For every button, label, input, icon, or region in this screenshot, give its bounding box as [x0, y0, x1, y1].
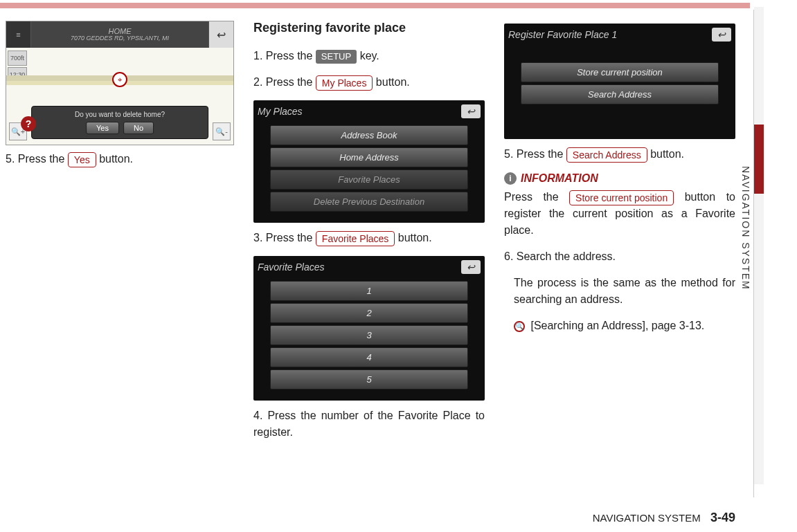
thumb-tab-upper [754, 7, 764, 125]
fav-slot-3[interactable]: 3 [270, 325, 468, 345]
dialog-yes-button[interactable]: Yes [86, 122, 119, 134]
map-title-line2: 7070 GEDDES RD, YPSILANTI, MI [31, 35, 208, 42]
dialog-text: Do you want to delete home? [36, 111, 204, 118]
map-confirm-dialog: ? Do you want to delete home? Yes No [31, 106, 208, 139]
row-favorite-places[interactable]: Favorite Places [270, 169, 468, 190]
step3-post: button. [398, 232, 432, 244]
yes-pill: Yes [68, 152, 96, 167]
fav-slot-1[interactable]: 1 [270, 281, 468, 301]
map-back-icon[interactable]: ↩ [208, 21, 233, 48]
back-icon[interactable]: ↩ [461, 104, 481, 118]
step5c-pre: 5. Press the [504, 148, 566, 160]
col3-step6a: 6. Search the address. [504, 248, 735, 265]
home-list-icon[interactable]: ≡ [6, 21, 31, 48]
search-address-pill: Search Address [566, 147, 647, 163]
page-footer: NAVIGATION SYSTEM 3-49 [0, 511, 741, 525]
page-columns: ≡ HOME 7070 GEDDES RD, YPSILANTI, MI ↩ 7… [0, 21, 741, 505]
col2-step3: 3. Press the Favorite Places button. [253, 230, 485, 246]
row-store-current[interactable]: Store current position [521, 62, 719, 82]
reference-icon: 🔍 [514, 321, 525, 332]
section-heading: Registering favorite place [253, 21, 485, 35]
map-header: ≡ HOME 7070 GEDDES RD, YPSILANTI, MI ↩ [6, 21, 233, 48]
favorite-places-title: Favorite Places [258, 262, 324, 273]
row-address-book[interactable]: Address Book [270, 125, 468, 145]
step1-post: key. [360, 50, 379, 62]
register-favorite-title: Register Favorite Place 1 [508, 29, 617, 40]
column-1: ≡ HOME 7070 GEDDES RD, YPSILANTI, MI ↩ 7… [6, 21, 234, 505]
thumb-tab-active [754, 125, 764, 194]
col2-step2: 2. Press the My Places button. [253, 74, 485, 91]
step3-pre: 3. Press the [253, 232, 316, 244]
row-search-address[interactable]: Search Address [521, 84, 719, 104]
map-screenshot: ≡ HOME 7070 GEDDES RD, YPSILANTI, MI ↩ 7… [6, 21, 234, 145]
map-scale-top[interactable]: 700ft [8, 51, 27, 66]
favorite-places-screenshot: Favorite Places ↩ 1 2 3 4 5 [253, 256, 485, 401]
information-label: INFORMATION [521, 172, 598, 185]
page-right-rule [753, 10, 754, 497]
footer-section: NAVIGATION SYSTEM [593, 512, 701, 524]
question-icon: ? [21, 116, 36, 131]
col2-step4: 4. Press the number of the Favorite Plac… [253, 407, 485, 441]
favorite-places-pill: Favorite Places [316, 231, 395, 246]
info-icon: i [504, 172, 517, 185]
step5c-post: button. [650, 148, 684, 160]
step2-post: button. [376, 76, 410, 88]
info-pre: Press the [504, 191, 569, 203]
dialog-no-button[interactable]: No [123, 122, 154, 134]
fav-slot-5[interactable]: 5 [270, 369, 468, 389]
row-delete-prev[interactable]: Delete Previous Destination [270, 192, 468, 212]
col1-step5-post: button. [99, 153, 133, 165]
my-places-screenshot: My Places ↩ Address Book Home Address Fa… [253, 100, 485, 223]
zoom-out-icon[interactable]: 🔍- [213, 122, 231, 140]
col3-step6b: The process is the same as the method fo… [504, 275, 735, 308]
my-places-pill: My Places [316, 75, 373, 91]
step2-pre: 2. Press the [253, 76, 316, 88]
col1-step5: 5. Press the Yes button. [6, 152, 234, 167]
reference-text: [Searching an Address], page 3-13. [530, 320, 704, 331]
destination-marker-icon: ⌖ [112, 72, 127, 87]
information-heading: i INFORMATION [504, 172, 735, 185]
fav-slot-4[interactable]: 4 [270, 347, 468, 367]
setup-key-pill: SETUP [316, 50, 357, 64]
footer-page-number: 3-49 [710, 511, 735, 524]
step1-pre: 1. Press the [253, 50, 316, 62]
col1-step5-pre: 5. Press the [6, 153, 68, 165]
fav-slot-2[interactable]: 2 [270, 303, 468, 323]
row-home-address[interactable]: Home Address [270, 147, 468, 167]
my-places-title: My Places [258, 106, 303, 117]
thumb-tab-lower [754, 194, 764, 484]
column-2: Registering favorite place 1. Press the … [253, 21, 485, 505]
store-current-pill: Store current position [569, 190, 674, 205]
col2-step1: 1. Press the SETUP key. [253, 48, 485, 64]
register-favorite-screenshot: Register Favorite Place 1 ↩ Store curren… [504, 24, 735, 139]
side-section-label: NAVIGATION SYSTEM [740, 166, 751, 291]
col3-step5: 5. Press the Search Address button. [504, 146, 735, 163]
top-accent-band [0, 3, 750, 8]
back-icon[interactable]: ↩ [461, 260, 481, 274]
map-title: HOME 7070 GEDDES RD, YPSILANTI, MI [31, 21, 208, 48]
back-icon[interactable]: ↩ [712, 28, 731, 42]
col3-ref: 🔍 [Searching an Address], page 3-13. [504, 318, 735, 334]
information-body: Press the Store current position button … [504, 189, 735, 239]
column-3: Register Favorite Place 1 ↩ Store curren… [504, 21, 735, 505]
map-body: 700ft 12:30 ⌖ 🔍+ 🔍- ? Do you want to del… [6, 48, 233, 145]
